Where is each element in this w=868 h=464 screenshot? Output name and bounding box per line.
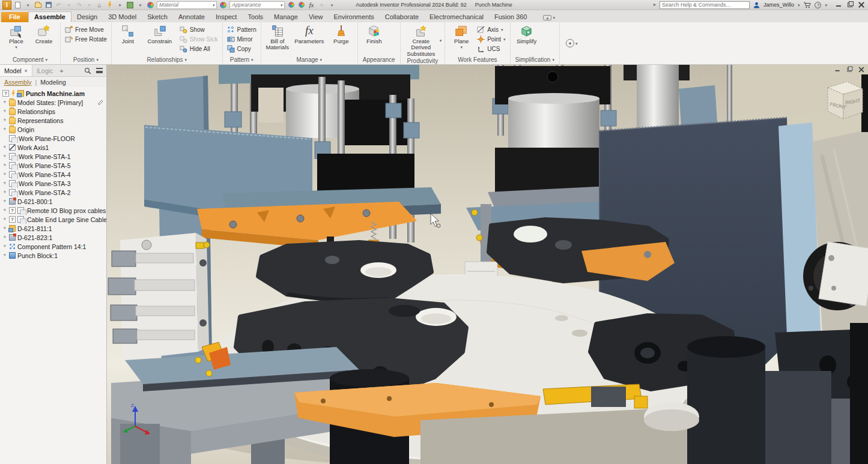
constrain-button[interactable]: Constrain bbox=[142, 23, 177, 44]
tree-node-work-plane-sta-3[interactable]: + Work Plane-STA-3 bbox=[0, 179, 106, 188]
tree-node-component-pattern[interactable]: + Component Pattern 14:1 bbox=[0, 242, 106, 251]
tab-collaborate[interactable]: Collaborate bbox=[380, 12, 424, 22]
tab-inspect[interactable]: Inspect bbox=[210, 12, 242, 22]
point-button[interactable]: Point ▾ bbox=[476, 35, 506, 43]
undo-dropdown[interactable]: ▾ bbox=[65, 1, 73, 9]
edit-pencil-icon[interactable] bbox=[98, 100, 106, 105]
ribbon-display-toggle[interactable]: ▲▾ bbox=[543, 15, 555, 20]
ilogic-quicklaunch-icon[interactable] bbox=[106, 1, 114, 9]
customize-qat-dropdown[interactable]: ▾ bbox=[328, 1, 336, 9]
open-file-button[interactable] bbox=[34, 1, 42, 9]
bill-of-materials-button[interactable]: Bill of Materials bbox=[264, 23, 291, 51]
user-name[interactable]: James_Willo bbox=[763, 2, 794, 8]
plane-button[interactable]: Plane ▾ bbox=[448, 23, 475, 49]
tab-sketch[interactable]: Sketch bbox=[142, 12, 173, 22]
window-restore-button[interactable] bbox=[847, 2, 853, 8]
redo-dropdown[interactable]: ▾ bbox=[85, 1, 93, 9]
group-label-work-features[interactable]: Work Features bbox=[445, 55, 509, 64]
redo-button[interactable]: ↷ bbox=[75, 1, 83, 9]
inventor-logo-icon[interactable]: I bbox=[2, 1, 11, 10]
adjust-appearance-icon[interactable] bbox=[287, 1, 295, 9]
tree-node-work-plane-sta-2[interactable]: + Work Plane-STA-2 bbox=[0, 188, 106, 197]
tab-file[interactable]: File bbox=[1, 12, 28, 22]
window-minimize-button[interactable] bbox=[836, 2, 842, 8]
tab-view[interactable]: View bbox=[303, 12, 329, 22]
tab-environments[interactable]: Environments bbox=[329, 12, 380, 22]
tab-fusion-360[interactable]: Fusion 360 bbox=[489, 12, 532, 22]
hide-all-button[interactable]: Hide All bbox=[178, 44, 219, 53]
tree-node-work-plane-floor[interactable]: Work Plane-FLOOR bbox=[0, 134, 106, 143]
add-qat-button[interactable]: + bbox=[318, 1, 326, 9]
tree-node-origin[interactable]: + Origin bbox=[0, 125, 106, 134]
search-expand-icon[interactable]: ▸ bbox=[654, 2, 656, 7]
assembly-view-tab[interactable]: Assembly bbox=[4, 79, 32, 86]
close-model-tab-icon[interactable]: × bbox=[25, 68, 28, 74]
group-label-relationships[interactable]: Relationships▾ bbox=[112, 55, 222, 64]
home-button[interactable]: ⌂ bbox=[96, 1, 103, 9]
group-label-simplification[interactable]: Simplification▾ bbox=[511, 55, 559, 64]
appearance-wheel-icon[interactable] bbox=[219, 1, 227, 9]
create-derived-dropdown[interactable]: ▾ bbox=[440, 38, 442, 43]
tree-node-d-621-800[interactable]: + D-621-800:1 bbox=[0, 197, 106, 206]
tree-node-work-plane-sta-1[interactable]: + Work Plane-STA-1 bbox=[0, 152, 106, 161]
parameters-button[interactable]: fx Parameters bbox=[292, 23, 327, 44]
copy-button[interactable]: Copy bbox=[226, 44, 258, 53]
free-move-button[interactable]: Free Move bbox=[64, 25, 108, 34]
tree-node-root[interactable]: ? Punch Machine.iam bbox=[0, 89, 106, 98]
tree-node-cable-end[interactable]: + ? Cable End Large Sine Cable:10 (Unres… bbox=[0, 215, 106, 224]
ucs-button[interactable]: UCS bbox=[476, 44, 506, 53]
ribbon-overflow-button[interactable]: ▼▾ bbox=[560, 22, 584, 64]
mirror-button[interactable]: Mirror bbox=[226, 35, 258, 43]
tab-tools[interactable]: Tools bbox=[242, 12, 269, 22]
tree-node-d-621-823[interactable]: + D-621-823:1 bbox=[0, 233, 106, 242]
help-icon[interactable]: ? bbox=[815, 2, 821, 8]
finish-button[interactable]: Finish bbox=[361, 23, 387, 44]
document-restore-button[interactable] bbox=[847, 67, 852, 73]
group-label-pattern[interactable]: Pattern▾ bbox=[223, 55, 261, 64]
cart-icon[interactable] bbox=[803, 2, 811, 8]
save-button[interactable] bbox=[44, 1, 52, 9]
tab-model[interactable]: Model × bbox=[0, 65, 32, 76]
create-derived-substitutes-button[interactable]: Create Derived Substitutes bbox=[404, 23, 439, 57]
material-dropdown[interactable]: Material▾ bbox=[157, 1, 217, 9]
modeling-view-tab[interactable]: Modeling bbox=[40, 79, 66, 86]
group-label-component[interactable]: Component▾ bbox=[0, 55, 60, 64]
group-label-manage[interactable]: Manage▾ bbox=[261, 55, 357, 64]
tab-ilogic[interactable]: iLogic bbox=[32, 65, 57, 76]
tree-node-relationships[interactable]: + Relationships bbox=[0, 107, 106, 116]
group-label-appearance[interactable]: Appearance bbox=[358, 55, 400, 64]
document-close-button[interactable] bbox=[859, 67, 864, 73]
render-wheel-icon[interactable] bbox=[147, 1, 154, 9]
new-file-button[interactable] bbox=[14, 1, 22, 9]
tree-node-work-plane-sta-5[interactable]: + Work Plane-STA-5 bbox=[0, 161, 106, 170]
browser-menu-icon[interactable] bbox=[96, 68, 103, 73]
tab-design[interactable]: Design bbox=[71, 12, 103, 22]
help-dropdown[interactable]: ▾ bbox=[825, 3, 827, 7]
purge-button[interactable]: Purge bbox=[328, 23, 354, 44]
view-cube[interactable]: FRONT RIGHT bbox=[828, 82, 863, 119]
window-close-button[interactable] bbox=[858, 2, 864, 8]
browser-search-icon[interactable] bbox=[84, 67, 91, 74]
tree-node-work-plane-sta-4[interactable]: + Work Plane-STA-4 bbox=[0, 170, 106, 179]
document-minimize-button[interactable] bbox=[835, 67, 840, 73]
tab-manage[interactable]: Manage bbox=[269, 12, 303, 22]
tree-node-representations[interactable]: + Representations bbox=[0, 116, 106, 125]
show-sick-button[interactable]: Show Sick bbox=[178, 35, 219, 43]
clear-appearance-icon[interactable] bbox=[297, 1, 305, 9]
tab-assemble[interactable]: Assemble bbox=[28, 11, 71, 22]
axis-button[interactable]: Axis ▾ bbox=[476, 25, 506, 34]
parameters-fx-icon[interactable]: fx bbox=[308, 1, 315, 9]
appearance-dropdown[interactable]: Appearance▾ bbox=[229, 1, 285, 9]
tab-3d-model[interactable]: 3D Model bbox=[103, 12, 142, 22]
simplify-button[interactable]: Simplify bbox=[514, 23, 540, 44]
undo-button[interactable]: ↶ bbox=[55, 1, 62, 9]
tab-electromechanical[interactable]: Electromechanical bbox=[424, 12, 489, 22]
search-input[interactable] bbox=[660, 1, 750, 9]
material-swap-dropdown[interactable]: ▾ bbox=[136, 1, 144, 9]
tree-node-punch-block[interactable]: + Punch Block:1 bbox=[0, 251, 106, 260]
pattern-button[interactable]: Pattern bbox=[226, 25, 258, 34]
group-label-position[interactable]: Position▾ bbox=[61, 55, 111, 64]
tree-node-model-states[interactable]: + Model States: [Primary] bbox=[0, 98, 106, 107]
place-button[interactable]: Place ▾ bbox=[3, 23, 29, 49]
tree-node-work-axis1[interactable]: + Work Axis1 bbox=[0, 143, 106, 152]
